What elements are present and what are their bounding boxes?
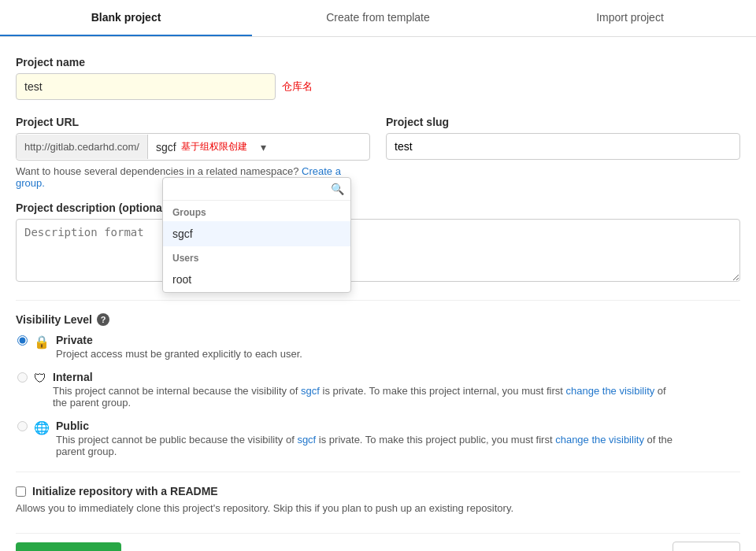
namespace-hint: 基于组权限创建 [181, 140, 247, 153]
init-checkbox-row: Initialize repository with a README [16, 485, 740, 497]
change-visibility-public-link[interactable]: change the visibility [555, 434, 644, 446]
create-project-button[interactable]: Create project [16, 542, 121, 551]
url-prefix: http://gitlab.cedarhd.com/ [17, 135, 148, 159]
project-description-section: Project description (optional) [16, 202, 740, 284]
project-url-label: Project URL [16, 116, 370, 128]
visibility-public-desc: This project cannot be public because th… [56, 434, 686, 457]
tab-blank-project[interactable]: Blank project [0, 0, 252, 36]
dropdown-groups-label: Groups [163, 201, 350, 221]
url-slug-row: Project URL http://gitlab.cedarhd.com/ s… [16, 116, 740, 189]
namespace-dropdown-trigger[interactable]: sgcf 基于组权限创建 ▾ [148, 134, 274, 160]
namespace-dropdown: 🔍 Groups sgcf Users root [162, 177, 351, 293]
description-textarea[interactable] [16, 219, 740, 282]
namespace-selected: sgcf [156, 141, 176, 153]
visibility-public-content: Public This project cannot be public bec… [56, 420, 686, 457]
dropdown-search-input[interactable] [169, 183, 331, 195]
tab-bar: Blank project Create from template Impor… [0, 0, 756, 37]
chevron-down-icon: ▾ [261, 141, 266, 153]
visibility-option-internal: 🛡 Internal This project cannot be intern… [16, 371, 740, 409]
visibility-option-public: 🌐 Public This project cannot be public b… [16, 420, 740, 457]
button-row: Create project Cancel [16, 533, 740, 551]
change-visibility-internal-link[interactable]: change the visibility [566, 385, 655, 397]
divider-2 [16, 471, 740, 472]
dropdown-item-root[interactable]: root [163, 267, 350, 292]
section-divider [16, 300, 740, 301]
description-label: Project description (optional) [16, 202, 740, 214]
visibility-label: Visibility Level [16, 313, 92, 326]
project-slug-section: Project slug [386, 116, 740, 160]
dropdown-search-row: 🔍 [163, 178, 350, 201]
project-slug-label: Project slug [386, 116, 740, 128]
visibility-internal-desc: This project cannot be internal because … [53, 385, 683, 409]
project-name-input[interactable] [16, 73, 276, 100]
visibility-private-content: Private Project access must be granted e… [56, 334, 302, 360]
init-readme-checkbox[interactable] [16, 486, 26, 497]
visibility-radio-private[interactable] [17, 335, 28, 346]
cancel-button[interactable]: Cancel [673, 542, 740, 551]
visibility-internal-content: Internal This project cannot be internal… [53, 371, 683, 409]
sgcf-link-public[interactable]: sgcf [297, 434, 316, 446]
visibility-private-desc: Project access must be granted explicitl… [56, 348, 302, 360]
url-input-group: http://gitlab.cedarhd.com/ sgcf 基于组权限创建 … [16, 133, 370, 161]
visibility-public-label: Public [56, 420, 686, 432]
globe-icon: 🌐 [34, 420, 50, 435]
visibility-radio-public[interactable] [17, 421, 28, 431]
project-name-hint: 仓库名 [282, 80, 313, 94]
visibility-option-private: 🔒 Private Project access must be granted… [16, 334, 740, 360]
project-slug-input[interactable] [386, 133, 740, 160]
visibility-help-icon[interactable]: ? [97, 313, 109, 326]
lock-icon: 🔒 [34, 335, 50, 349]
visibility-private-label: Private [56, 334, 302, 346]
form-content: Project name 仓库名 Project URL http://gitl… [0, 37, 756, 551]
visibility-internal-label: Internal [53, 371, 683, 383]
dropdown-item-sgcf[interactable]: sgcf [163, 221, 350, 246]
search-icon: 🔍 [331, 183, 344, 195]
init-readme-label[interactable]: Initialize repository with a README [32, 485, 218, 497]
visibility-radio-internal[interactable] [17, 372, 28, 383]
project-name-section: Project name 仓库名 [16, 56, 740, 100]
init-section: Initialize repository with a README Allo… [16, 485, 740, 514]
tab-import-project[interactable]: Import project [504, 0, 756, 36]
tab-create-from-template[interactable]: Create from template [252, 0, 504, 36]
init-readme-desc: Allows you to immediately clone this pro… [16, 502, 740, 514]
project-name-label: Project name [16, 56, 740, 68]
sgcf-link-internal[interactable]: sgcf [301, 385, 320, 397]
visibility-label-row: Visibility Level ? [16, 313, 740, 326]
visibility-section: Visibility Level ? 🔒 Private Project acc… [16, 313, 740, 457]
shield-icon: 🛡 [34, 372, 46, 386]
dropdown-users-label: Users [163, 246, 350, 267]
